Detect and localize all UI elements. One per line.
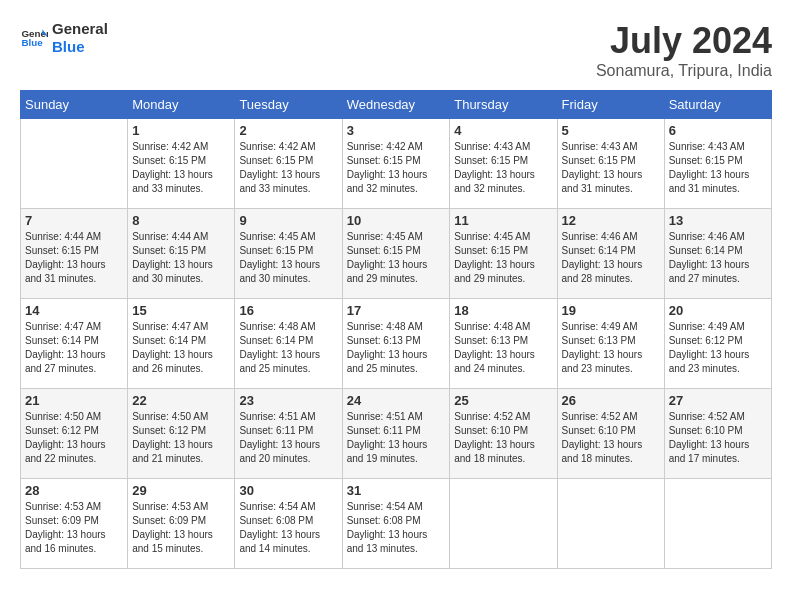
day-info: Sunrise: 4:51 AMSunset: 6:11 PMDaylight:…	[347, 410, 446, 466]
day-number: 14	[25, 303, 123, 318]
day-info: Sunrise: 4:49 AMSunset: 6:12 PMDaylight:…	[669, 320, 767, 376]
calendar-week-3: 14Sunrise: 4:47 AMSunset: 6:14 PMDayligh…	[21, 299, 772, 389]
calendar-week-5: 28Sunrise: 4:53 AMSunset: 6:09 PMDayligh…	[21, 479, 772, 569]
calendar-cell: 9Sunrise: 4:45 AMSunset: 6:15 PMDaylight…	[235, 209, 342, 299]
logo-general: General	[52, 20, 108, 38]
calendar-cell: 8Sunrise: 4:44 AMSunset: 6:15 PMDaylight…	[128, 209, 235, 299]
calendar-cell: 19Sunrise: 4:49 AMSunset: 6:13 PMDayligh…	[557, 299, 664, 389]
day-info: Sunrise: 4:50 AMSunset: 6:12 PMDaylight:…	[132, 410, 230, 466]
weekday-header-monday: Monday	[128, 91, 235, 119]
day-info: Sunrise: 4:46 AMSunset: 6:14 PMDaylight:…	[562, 230, 660, 286]
calendar-cell: 22Sunrise: 4:50 AMSunset: 6:12 PMDayligh…	[128, 389, 235, 479]
calendar-cell: 4Sunrise: 4:43 AMSunset: 6:15 PMDaylight…	[450, 119, 557, 209]
location-title: Sonamura, Tripura, India	[596, 62, 772, 80]
day-info: Sunrise: 4:51 AMSunset: 6:11 PMDaylight:…	[239, 410, 337, 466]
title-area: July 2024 Sonamura, Tripura, India	[596, 20, 772, 80]
day-number: 3	[347, 123, 446, 138]
day-number: 18	[454, 303, 552, 318]
day-number: 15	[132, 303, 230, 318]
day-number: 4	[454, 123, 552, 138]
day-number: 19	[562, 303, 660, 318]
calendar-cell	[21, 119, 128, 209]
day-number: 13	[669, 213, 767, 228]
logo-blue: Blue	[52, 38, 108, 56]
day-number: 30	[239, 483, 337, 498]
calendar-cell: 7Sunrise: 4:44 AMSunset: 6:15 PMDaylight…	[21, 209, 128, 299]
day-number: 25	[454, 393, 552, 408]
day-info: Sunrise: 4:45 AMSunset: 6:15 PMDaylight:…	[454, 230, 552, 286]
day-number: 29	[132, 483, 230, 498]
calendar-table: SundayMondayTuesdayWednesdayThursdayFrid…	[20, 90, 772, 569]
calendar-week-4: 21Sunrise: 4:50 AMSunset: 6:12 PMDayligh…	[21, 389, 772, 479]
day-info: Sunrise: 4:47 AMSunset: 6:14 PMDaylight:…	[132, 320, 230, 376]
day-info: Sunrise: 4:50 AMSunset: 6:12 PMDaylight:…	[25, 410, 123, 466]
calendar-cell: 20Sunrise: 4:49 AMSunset: 6:12 PMDayligh…	[664, 299, 771, 389]
day-info: Sunrise: 4:48 AMSunset: 6:14 PMDaylight:…	[239, 320, 337, 376]
day-info: Sunrise: 4:48 AMSunset: 6:13 PMDaylight:…	[347, 320, 446, 376]
calendar-cell: 14Sunrise: 4:47 AMSunset: 6:14 PMDayligh…	[21, 299, 128, 389]
day-info: Sunrise: 4:45 AMSunset: 6:15 PMDaylight:…	[239, 230, 337, 286]
calendar-cell: 2Sunrise: 4:42 AMSunset: 6:15 PMDaylight…	[235, 119, 342, 209]
logo: General Blue General Blue	[20, 20, 108, 56]
weekday-header-friday: Friday	[557, 91, 664, 119]
calendar-cell: 10Sunrise: 4:45 AMSunset: 6:15 PMDayligh…	[342, 209, 450, 299]
day-info: Sunrise: 4:52 AMSunset: 6:10 PMDaylight:…	[669, 410, 767, 466]
day-info: Sunrise: 4:48 AMSunset: 6:13 PMDaylight:…	[454, 320, 552, 376]
calendar-week-1: 1Sunrise: 4:42 AMSunset: 6:15 PMDaylight…	[21, 119, 772, 209]
calendar-cell: 15Sunrise: 4:47 AMSunset: 6:14 PMDayligh…	[128, 299, 235, 389]
day-info: Sunrise: 4:53 AMSunset: 6:09 PMDaylight:…	[132, 500, 230, 556]
day-info: Sunrise: 4:42 AMSunset: 6:15 PMDaylight:…	[132, 140, 230, 196]
calendar-cell: 24Sunrise: 4:51 AMSunset: 6:11 PMDayligh…	[342, 389, 450, 479]
day-number: 12	[562, 213, 660, 228]
day-info: Sunrise: 4:42 AMSunset: 6:15 PMDaylight:…	[347, 140, 446, 196]
day-number: 1	[132, 123, 230, 138]
calendar-cell: 28Sunrise: 4:53 AMSunset: 6:09 PMDayligh…	[21, 479, 128, 569]
day-number: 20	[669, 303, 767, 318]
weekday-header-wednesday: Wednesday	[342, 91, 450, 119]
day-info: Sunrise: 4:49 AMSunset: 6:13 PMDaylight:…	[562, 320, 660, 376]
month-title: July 2024	[596, 20, 772, 62]
day-info: Sunrise: 4:53 AMSunset: 6:09 PMDaylight:…	[25, 500, 123, 556]
weekday-header-tuesday: Tuesday	[235, 91, 342, 119]
page-header: General Blue General Blue July 2024 Sona…	[20, 20, 772, 80]
day-number: 8	[132, 213, 230, 228]
svg-text:Blue: Blue	[21, 37, 43, 48]
calendar-cell: 27Sunrise: 4:52 AMSunset: 6:10 PMDayligh…	[664, 389, 771, 479]
calendar-cell	[664, 479, 771, 569]
day-info: Sunrise: 4:45 AMSunset: 6:15 PMDaylight:…	[347, 230, 446, 286]
calendar-cell: 21Sunrise: 4:50 AMSunset: 6:12 PMDayligh…	[21, 389, 128, 479]
calendar-cell: 3Sunrise: 4:42 AMSunset: 6:15 PMDaylight…	[342, 119, 450, 209]
calendar-cell: 31Sunrise: 4:54 AMSunset: 6:08 PMDayligh…	[342, 479, 450, 569]
calendar-cell	[557, 479, 664, 569]
calendar-cell: 29Sunrise: 4:53 AMSunset: 6:09 PMDayligh…	[128, 479, 235, 569]
weekday-header-thursday: Thursday	[450, 91, 557, 119]
weekday-header-saturday: Saturday	[664, 91, 771, 119]
calendar-cell: 6Sunrise: 4:43 AMSunset: 6:15 PMDaylight…	[664, 119, 771, 209]
calendar-cell: 13Sunrise: 4:46 AMSunset: 6:14 PMDayligh…	[664, 209, 771, 299]
day-info: Sunrise: 4:44 AMSunset: 6:15 PMDaylight:…	[25, 230, 123, 286]
day-info: Sunrise: 4:47 AMSunset: 6:14 PMDaylight:…	[25, 320, 123, 376]
logo-icon: General Blue	[20, 24, 48, 52]
day-number: 5	[562, 123, 660, 138]
calendar-cell: 25Sunrise: 4:52 AMSunset: 6:10 PMDayligh…	[450, 389, 557, 479]
day-number: 24	[347, 393, 446, 408]
day-number: 21	[25, 393, 123, 408]
day-number: 16	[239, 303, 337, 318]
calendar-cell: 23Sunrise: 4:51 AMSunset: 6:11 PMDayligh…	[235, 389, 342, 479]
day-number: 26	[562, 393, 660, 408]
day-info: Sunrise: 4:52 AMSunset: 6:10 PMDaylight:…	[562, 410, 660, 466]
day-info: Sunrise: 4:54 AMSunset: 6:08 PMDaylight:…	[347, 500, 446, 556]
day-number: 28	[25, 483, 123, 498]
day-info: Sunrise: 4:44 AMSunset: 6:15 PMDaylight:…	[132, 230, 230, 286]
calendar-cell: 26Sunrise: 4:52 AMSunset: 6:10 PMDayligh…	[557, 389, 664, 479]
day-info: Sunrise: 4:43 AMSunset: 6:15 PMDaylight:…	[454, 140, 552, 196]
calendar-cell: 18Sunrise: 4:48 AMSunset: 6:13 PMDayligh…	[450, 299, 557, 389]
day-number: 23	[239, 393, 337, 408]
calendar-cell: 30Sunrise: 4:54 AMSunset: 6:08 PMDayligh…	[235, 479, 342, 569]
calendar-cell: 5Sunrise: 4:43 AMSunset: 6:15 PMDaylight…	[557, 119, 664, 209]
calendar-cell: 16Sunrise: 4:48 AMSunset: 6:14 PMDayligh…	[235, 299, 342, 389]
day-number: 6	[669, 123, 767, 138]
day-info: Sunrise: 4:43 AMSunset: 6:15 PMDaylight:…	[562, 140, 660, 196]
day-number: 22	[132, 393, 230, 408]
calendar-cell: 1Sunrise: 4:42 AMSunset: 6:15 PMDaylight…	[128, 119, 235, 209]
